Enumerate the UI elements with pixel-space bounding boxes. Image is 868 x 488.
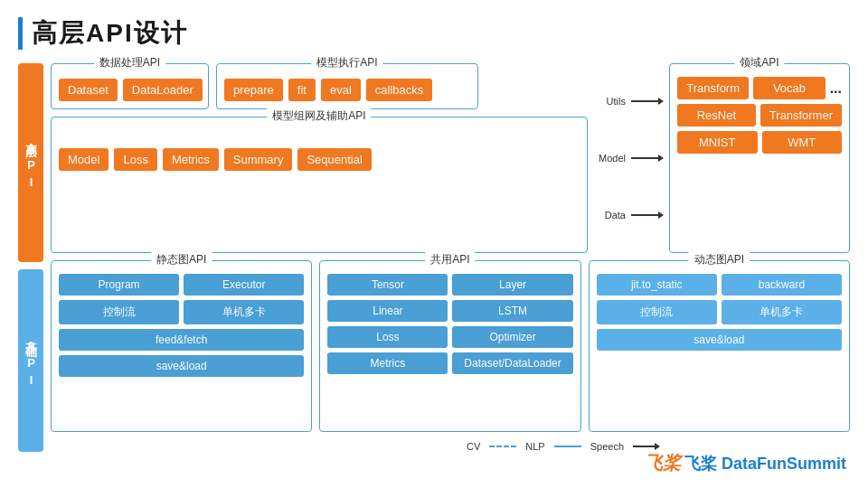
- chip-transformer[interactable]: Transformer: [760, 104, 842, 127]
- chip-lstm[interactable]: LSTM: [452, 300, 572, 322]
- data-api-section: 数据处理API Dataset DataLoader: [51, 63, 209, 109]
- model-arrow: Model: [595, 151, 664, 165]
- shared-api-label: 共用API: [425, 252, 475, 267]
- static-api-section: 静态图API Program Executor 控制流 单机多卡 feed&fe…: [51, 260, 312, 432]
- gaoceng-label: 高层API: [18, 63, 43, 262]
- chip-prepare[interactable]: prepare: [224, 79, 283, 101]
- top-left-group: 数据处理API Dataset DataLoader 模型执行API prepa…: [51, 63, 588, 253]
- right-area: Utils Model: [595, 63, 850, 253]
- static-row4: save&load: [59, 355, 304, 377]
- chip-single-multi1[interactable]: 单机多卡: [184, 300, 304, 324]
- chip-callbacks[interactable]: callbacks: [366, 79, 432, 101]
- chip-resnet[interactable]: ResNet: [677, 104, 756, 127]
- logo-brand: 飞桨 DataFunSummit: [684, 453, 846, 474]
- chip-optimizer[interactable]: Optimizer: [452, 326, 572, 348]
- chip-dataset[interactable]: Dataset: [59, 79, 118, 101]
- chip-fit[interactable]: fit: [288, 79, 316, 101]
- model-exec-chips: prepare fit eval callbacks: [224, 79, 470, 101]
- chip-save-load2[interactable]: save&load: [597, 329, 842, 351]
- chip-metrics2[interactable]: Metrics: [327, 352, 448, 374]
- cv-label: CV: [467, 441, 480, 452]
- model-net-label: 模型组网及辅助API: [267, 108, 371, 124]
- data-label: Data: [595, 210, 626, 221]
- chip-executor[interactable]: Executor: [184, 274, 304, 296]
- logo-icon: 飞桨: [645, 451, 681, 475]
- utils-label: Utils: [595, 96, 626, 107]
- domain-row1: Transform Vocab ...: [677, 77, 842, 99]
- chip-tensor[interactable]: Tensor: [327, 274, 448, 296]
- nlp-label: NLP: [525, 441, 544, 452]
- dynamic-row3: save&load: [597, 329, 842, 351]
- page: 高层API设计 高层API 基础API 数据处理API: [0, 0, 868, 488]
- model-label: Model: [595, 153, 626, 164]
- chip-loss2[interactable]: Loss: [327, 326, 448, 348]
- vlabel-container: 高层API 基础API: [18, 63, 43, 452]
- chip-sequential[interactable]: Sequential: [297, 148, 371, 171]
- chip-loss[interactable]: Loss: [114, 148, 156, 171]
- top-row1: 数据处理API Dataset DataLoader 模型执行API prepa…: [51, 63, 588, 109]
- chip-program[interactable]: Program: [59, 274, 179, 296]
- chip-control-flow1[interactable]: 控制流: [59, 300, 179, 324]
- shared-row1: Tensor Layer: [327, 274, 572, 296]
- chip-dataset-dataloader[interactable]: Dataset/DataLoader: [452, 352, 572, 374]
- chip-feed-fetch[interactable]: feed&fetch: [59, 329, 304, 351]
- data-line: [631, 211, 664, 219]
- chip-backward[interactable]: backward: [722, 274, 842, 296]
- chip-save-load1[interactable]: save&load: [59, 355, 304, 377]
- chip-jit[interactable]: jit.to_static: [597, 274, 717, 296]
- domain-api-section: 领域API Transform Vocab ... ResNet Transfo…: [669, 63, 850, 253]
- chip-single-multi2[interactable]: 单机多卡: [722, 300, 842, 324]
- dynamic-api-section: 动态图API jit.to_static backward 控制流 单机多卡 s…: [589, 260, 850, 432]
- chip-transform[interactable]: Transform: [677, 77, 749, 99]
- chip-eval[interactable]: eval: [321, 79, 361, 101]
- nlp-line: [554, 446, 581, 447]
- dynamic-api-label: 动态图API: [689, 252, 750, 267]
- domain-row3: MNIST WMT: [677, 131, 842, 154]
- utils-line: [631, 98, 664, 105]
- chip-mnist[interactable]: MNIST: [677, 131, 758, 154]
- rows-container: 数据处理API Dataset DataLoader 模型执行API prepa…: [51, 63, 850, 452]
- logo: 飞桨 飞桨 DataFunSummit: [645, 451, 846, 475]
- title-accent: [18, 17, 23, 50]
- dynamic-row2: 控制流 单机多卡: [597, 300, 842, 324]
- main-content: 高层API 基础API 数据处理API Dataset DataL: [18, 63, 850, 452]
- shared-row4: Metrics Dataset/DataLoader: [327, 352, 572, 374]
- arrows-container: Utils Model: [595, 63, 664, 253]
- chip-metrics[interactable]: Metrics: [163, 148, 219, 171]
- data-arrow: Data: [595, 208, 664, 222]
- chip-summary[interactable]: Summary: [224, 148, 293, 171]
- static-row1: Program Executor: [59, 274, 304, 296]
- chip-model[interactable]: Model: [59, 148, 108, 171]
- cv-line: [489, 446, 516, 447]
- ellipsis: ...: [830, 77, 842, 99]
- static-row2: 控制流 单机多卡: [59, 300, 304, 324]
- static-row3: feed&fetch: [59, 329, 304, 351]
- model-exec-section: 模型执行API prepare fit eval callbacks: [216, 63, 478, 109]
- page-title: 高层API设计: [32, 16, 188, 51]
- dynamic-row1: jit.to_static backward: [597, 274, 842, 296]
- model-net-chips: Model Loss Metrics Summary Sequential: [59, 148, 580, 171]
- title-bar: 高层API设计: [18, 16, 850, 51]
- bottom-row: 静态图API Program Executor 控制流 单机多卡 feed&fe…: [51, 260, 850, 432]
- chip-dataloader[interactable]: DataLoader: [123, 79, 203, 101]
- model-net-section: 模型组网及辅助API Model Loss Metrics Summary Se…: [51, 117, 588, 253]
- domain-row2: ResNet Transformer: [677, 104, 842, 127]
- top-row: 数据处理API Dataset DataLoader 模型执行API prepa…: [51, 63, 850, 253]
- shared-row2: Linear LSTM: [327, 300, 572, 322]
- shared-api-section: 共用API Tensor Layer Linear LSTM Loss Opti…: [319, 260, 580, 432]
- utils-arrow: Utils: [595, 94, 664, 108]
- speech-label: Speech: [590, 441, 624, 452]
- speech-arrow: [633, 443, 660, 450]
- chip-layer[interactable]: Layer: [452, 274, 572, 296]
- domain-api-label: 领域API: [734, 55, 784, 70]
- model-exec-label: 模型执行API: [311, 55, 382, 70]
- chip-linear[interactable]: Linear: [327, 300, 448, 322]
- chip-vocab[interactable]: Vocab: [753, 77, 825, 99]
- data-api-chips: Dataset DataLoader: [59, 79, 201, 101]
- chip-control-flow2[interactable]: 控制流: [597, 300, 717, 324]
- static-api-label: 静态图API: [151, 252, 212, 267]
- model-line: [631, 155, 664, 162]
- chip-wmt[interactable]: WMT: [762, 131, 843, 154]
- data-api-label: 数据处理API: [94, 55, 165, 70]
- shared-row3: Loss Optimizer: [327, 326, 572, 348]
